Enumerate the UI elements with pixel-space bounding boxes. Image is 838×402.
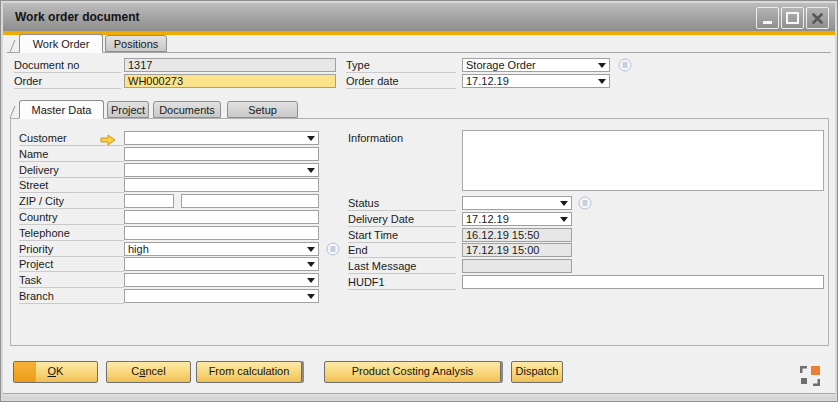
resize-grip-icon[interactable] <box>799 365 822 392</box>
close-button[interactable] <box>806 7 829 29</box>
chevron-down-icon <box>307 247 315 252</box>
chevron-down-icon <box>307 294 315 299</box>
country-label: Country <box>19 210 124 225</box>
product-costing-analysis-button[interactable]: Product Costing Analysis <box>324 361 501 383</box>
default-button-indicator <box>14 362 36 382</box>
telephone-label: Telephone <box>19 226 124 241</box>
tab-project[interactable]: Project <box>107 101 149 118</box>
project-label: Project <box>19 257 124 272</box>
type-combo[interactable]: Storage Order <box>462 58 610 72</box>
chevron-down-icon <box>307 262 315 267</box>
choose-from-list-icon[interactable] <box>326 242 340 256</box>
window-title: Work order document <box>3 10 139 24</box>
document-no-label: Document no <box>14 58 121 73</box>
start-time-field[interactable] <box>462 228 572 242</box>
chevron-down-icon <box>560 217 568 222</box>
chevron-down-icon <box>307 278 315 283</box>
tab-positions[interactable]: Positions <box>105 35 167 52</box>
start-time-label: Start Time <box>348 228 456 243</box>
dispatch-button[interactable]: Dispatch <box>511 361 563 383</box>
hudf1-field[interactable] <box>462 275 824 289</box>
type-combo-value: Storage Order <box>466 59 606 71</box>
tab-setup[interactable]: Setup <box>227 101 298 118</box>
order-field[interactable] <box>124 74 336 88</box>
delivery-combo[interactable] <box>124 163 319 177</box>
maximize-button[interactable] <box>781 7 804 29</box>
country-field[interactable] <box>124 210 319 224</box>
chevron-down-icon <box>598 79 606 84</box>
priority-combo[interactable]: high <box>124 242 319 256</box>
tab-positions-label: Positions <box>114 38 159 50</box>
city-field[interactable] <box>181 194 319 208</box>
tab-setup-label: Setup <box>248 104 277 116</box>
street-field[interactable] <box>124 178 319 192</box>
delivery-date-label: Delivery Date <box>348 212 456 227</box>
priority-combo-value: high <box>128 243 315 255</box>
chevron-down-icon <box>307 136 315 141</box>
cancel-button[interactable]: Cancel <box>106 361 191 383</box>
street-label: Street <box>19 178 124 193</box>
status-label: Status <box>348 196 456 211</box>
zip-city-label: ZIP / City <box>19 194 124 209</box>
outer-tab-baseline <box>7 52 831 53</box>
minimize-icon <box>763 21 772 24</box>
chevron-down-icon <box>598 63 606 68</box>
task-label: Task <box>19 273 124 288</box>
name-field[interactable] <box>124 147 319 161</box>
work-order-document-window: Work order document Work Order Positions… <box>0 0 838 402</box>
telephone-field[interactable] <box>124 226 319 240</box>
hudf1-label: HUDF1 <box>348 275 456 290</box>
last-message-field[interactable] <box>462 259 572 273</box>
type-label: Type <box>346 58 456 73</box>
link-arrow-icon[interactable] <box>100 132 116 150</box>
ok-button[interactable]: OK <box>13 361 98 383</box>
task-combo[interactable] <box>124 273 319 287</box>
order-label: Order <box>14 74 121 89</box>
delivery-label: Delivery <box>19 163 124 178</box>
information-label: Information <box>348 131 456 146</box>
tab-master-data[interactable]: Master Data <box>19 100 104 119</box>
status-combo[interactable] <box>462 196 572 210</box>
document-no-field[interactable] <box>124 58 336 72</box>
tab-project-label: Project <box>111 104 145 116</box>
delivery-date-combo-value: 17.12.19 <box>466 213 568 225</box>
zip-field[interactable] <box>124 194 174 208</box>
branch-label: Branch <box>19 289 124 304</box>
end-label: End <box>348 243 456 258</box>
titlebar[interactable]: Work order document <box>3 3 835 31</box>
tab-master-data-label: Master Data <box>32 104 92 116</box>
tab-work-order-label: Work Order <box>33 38 90 50</box>
window-bottom-frame <box>3 393 835 399</box>
branch-combo[interactable] <box>124 289 319 303</box>
order-date-combo[interactable]: 17.12.19 <box>462 74 610 88</box>
chevron-down-icon <box>560 201 568 206</box>
tab-documents-label: Documents <box>159 104 215 116</box>
minimize-button[interactable] <box>756 7 779 29</box>
last-message-label: Last Message <box>348 259 456 274</box>
priority-label: Priority <box>19 242 124 257</box>
order-date-label: Order date <box>346 74 456 89</box>
customer-combo[interactable] <box>124 131 319 145</box>
window-controls <box>756 7 829 29</box>
maximize-icon <box>786 12 799 24</box>
choose-from-list-icon[interactable] <box>618 58 632 72</box>
information-textarea[interactable] <box>462 130 824 191</box>
chevron-down-icon <box>307 168 315 173</box>
close-icon <box>812 13 823 24</box>
tab-documents[interactable]: Documents <box>153 101 221 118</box>
choose-from-list-icon[interactable] <box>578 196 592 210</box>
end-field[interactable] <box>462 243 572 257</box>
project-combo[interactable] <box>124 257 319 271</box>
from-calculation-button[interactable]: From calculation <box>196 361 302 383</box>
order-date-combo-value: 17.12.19 <box>466 75 606 87</box>
delivery-date-combo[interactable]: 17.12.19 <box>462 212 572 226</box>
tab-work-order[interactable]: Work Order <box>19 34 103 53</box>
